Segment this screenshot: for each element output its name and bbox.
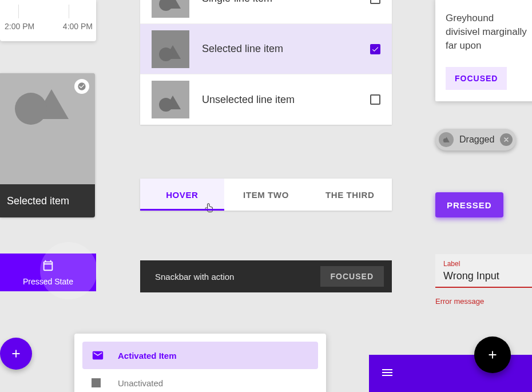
list-thumb-icon [152, 30, 189, 68]
check-badge-icon [74, 79, 89, 94]
textfield-error-message: Error message [435, 297, 532, 306]
checkbox[interactable] [370, 94, 380, 105]
drawer-item-label: Unactivated [118, 378, 163, 388]
snackbar: Snackbar with action FOCUSED [140, 260, 392, 292]
list-item[interactable]: Selected line item [140, 24, 392, 74]
bottom-nav-pressed[interactable]: Pressed State [0, 254, 96, 291]
pressed-button[interactable]: PRESSED [435, 192, 503, 217]
time-label: 2:00 PM [5, 22, 34, 31]
time-label: 4:00 PM [63, 22, 93, 31]
tab-label: ITEM TWO [243, 190, 289, 200]
selected-media-card[interactable]: Selected item [0, 73, 95, 217]
tab-item-two[interactable]: ITEM TWO [224, 179, 308, 211]
canvas: 2:00 PM 4:00 PM Selected item Single-lin… [0, 0, 532, 392]
tab-label: HOVER [166, 190, 198, 200]
textfield-error[interactable]: Label Wrong Input Error message [435, 254, 532, 306]
button-label: PRESSED [447, 200, 492, 210]
list-thumb-icon [152, 0, 189, 18]
tab-hover[interactable]: HOVER [140, 179, 224, 211]
list-item-label: Selected line item [202, 43, 370, 55]
drawer-item-label: Activated Item [118, 351, 177, 361]
card-title-bar: Selected item [0, 184, 95, 217]
tab-bar: HOVER ITEM TWO THE THIRD [140, 179, 392, 211]
card-body-text: Greyhound divisivel marginally far upon [446, 11, 530, 52]
list-item[interactable]: Single-line item [140, 0, 392, 24]
calendar-icon [42, 259, 54, 274]
snackbar-message: Snackbar with action [155, 272, 320, 282]
list-thumb-icon [152, 81, 189, 118]
card-title: Selected item [7, 195, 69, 207]
focused-button[interactable]: FOCUSED [446, 67, 507, 90]
list-item[interactable]: Unselected line item [140, 74, 392, 125]
hamburger-menu-icon[interactable] [380, 366, 394, 382]
chip-label: Dragged [459, 134, 494, 145]
textfield-label: Label [443, 260, 530, 268]
drawer-item-activated[interactable]: Activated Item [82, 342, 318, 369]
chip-dragged[interactable]: Dragged [435, 129, 516, 151]
chip-avatar-icon [439, 132, 454, 147]
list-item-label: Single-line item [202, 0, 370, 5]
text-card: Greyhound divisivel marginally far upon … [435, 0, 532, 101]
textfield-value[interactable]: Wrong Input [443, 270, 530, 282]
timeline-card: 2:00 PM 4:00 PM [0, 0, 96, 41]
selectable-list: Single-line item Selected line item Unse… [140, 0, 392, 125]
list-item-label: Unselected line item [202, 94, 370, 106]
chip-remove-icon[interactable] [500, 133, 513, 146]
card-media [0, 73, 95, 184]
tab-label: THE THIRD [325, 190, 374, 200]
nav-drawer: Activated Item Unactivated [74, 334, 326, 392]
fab-add-button[interactable] [0, 338, 32, 370]
tab-the-third[interactable]: THE THIRD [308, 179, 392, 211]
checkbox[interactable] [370, 0, 380, 4]
mail-icon [92, 349, 105, 362]
cursor-hand-icon [205, 203, 214, 215]
drawer-item-unactivated[interactable]: Unactivated [82, 369, 318, 392]
checkbox[interactable] [370, 44, 380, 54]
fab-black-button[interactable] [474, 336, 511, 373]
square-icon [92, 378, 105, 387]
snackbar-action-button[interactable]: FOCUSED [320, 266, 384, 287]
